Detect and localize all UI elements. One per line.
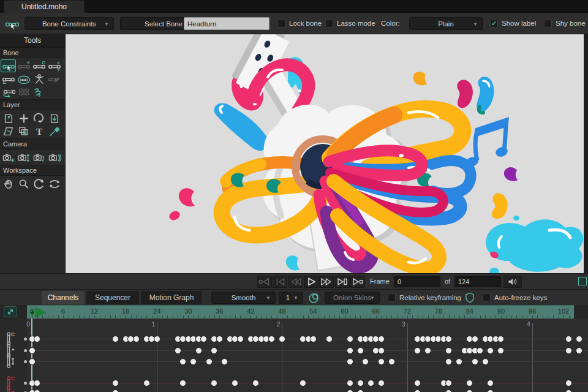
keyframe-dot[interactable] [487,380,494,386]
frame-ruler-band[interactable]: 06121824303642485460667278849096102 [27,305,574,318]
playback-fast-forward-button[interactable] [319,276,334,288]
keyframe-dot[interactable] [362,358,369,365]
playback-jump-to-start-button[interactable] [257,276,272,288]
shield-button[interactable] [463,292,477,304]
keyframe-dot[interactable] [347,336,353,342]
keyframe-dot[interactable] [445,358,452,365]
color-swatch-button[interactable] [578,277,587,285]
keyframe-dot[interactable] [445,336,452,342]
keyframe-dot[interactable] [29,347,36,354]
tool-button-bind-layer[interactable] [47,72,62,85]
document-tab[interactable]: Untitled.moho [4,0,85,13]
playback-play-to-end-button[interactable] [350,276,365,288]
keyframe-dot[interactable] [477,347,483,354]
keyframe-dot[interactable] [424,347,431,354]
tool-button-camera-pan[interactable] [47,151,62,164]
keyframe-dot[interactable] [445,347,452,354]
keyframe-dot[interactable] [143,380,150,386]
keyframe-dot[interactable] [456,358,462,365]
keyframe-dot[interactable] [221,358,228,365]
keyframe-dot[interactable] [195,347,202,354]
keyframe-dot[interactable] [133,336,140,342]
keyframe-dot[interactable] [347,347,353,354]
tab-motion-graph[interactable]: Motion Graph [141,291,202,304]
keyframe-dot[interactable] [414,347,421,354]
tool-button-reparent-bone[interactable]: C [31,59,47,72]
keyframe-dot[interactable] [378,347,385,354]
tool-button-curve-bone[interactable] [1,85,16,98]
keyframe-dot[interactable] [279,336,285,342]
channel-indicator-dot[interactable] [24,349,27,352]
expand-timeline-button[interactable] [4,306,17,317]
keyframe-dot[interactable] [357,390,364,392]
tool-button-eyedropper[interactable] [47,124,62,137]
onion-skin-button[interactable] [307,292,322,304]
keyframe-dot[interactable] [190,358,197,365]
keyframe-dot[interactable] [34,390,40,392]
keyframe-dot[interactable] [497,347,504,354]
channel-indicator-dot[interactable] [24,382,27,385]
keyframe-dot[interactable] [472,336,478,342]
tool-button-pan-workspace[interactable] [1,177,16,190]
keyframe-dot[interactable] [179,358,186,365]
keyframe-dot[interactable] [576,347,582,354]
keyframe-dot[interactable] [112,390,119,392]
keyframe-dot[interactable] [357,380,364,386]
tool-button-camera-roll[interactable] [31,151,47,164]
playback-step-to-end-button[interactable] [335,276,350,288]
keyframe-dot[interactable] [175,347,181,354]
channel-bone-translate-selected[interactable]: + [4,385,15,392]
channel-indicator-dot[interactable] [24,360,27,363]
keyframe-dot[interactable] [179,380,186,386]
timeline-tracks[interactable]: 01234 C+C+ [0,318,588,392]
keyframe-dot[interactable] [268,336,275,342]
keyframe-dot[interactable] [565,390,572,392]
tool-button-add-bone[interactable]: + [16,59,31,72]
timeline-scale-dropdown[interactable]: 1 ▼ [279,292,303,304]
keyframe-dot[interactable] [237,336,244,342]
keyframe-dot[interactable] [565,380,572,386]
bone-name-input[interactable] [184,17,270,30]
lock-bone-checkbox[interactable] [277,20,285,28]
keyframe-dot[interactable] [472,358,478,365]
channel-bone-scale[interactable] [4,354,15,369]
keyframe-dot[interactable] [466,390,473,392]
tool-button-add-layer[interactable] [16,111,31,124]
keyframe-dot[interactable] [347,390,353,392]
tool-button-orbit-workspace[interactable] [47,177,62,190]
tool-button-rotate-layer[interactable] [31,111,47,124]
keyframe-dot[interactable] [414,380,421,386]
keyframe-dot[interactable] [347,380,353,386]
tool-button-bone-constraints[interactable] [16,72,31,85]
keyframe-dot[interactable] [200,336,207,342]
keyframe-dot[interactable] [378,336,385,342]
keyframe-dot[interactable] [414,390,421,392]
timeline-ruler[interactable]: 06121824303642485460667278849096102 [0,305,588,318]
tool-button-bone-strength[interactable] [47,59,62,72]
keyframe-dot[interactable] [34,336,40,342]
bone-constraints-dropdown[interactable]: Bone Constraints ▼ [24,17,114,30]
shy-bone-checkbox[interactable] [544,20,552,28]
keyframe-dot[interactable] [34,380,40,386]
auto-freeze-checkbox[interactable] [483,293,491,301]
tab-channels[interactable]: Channels [42,291,85,304]
keyframe-dot[interactable] [368,380,374,386]
playback-play-button[interactable] [304,276,318,288]
keyframe-dot[interactable] [466,380,473,386]
keyframe-dot[interactable] [388,358,395,365]
channel-indicator-dot[interactable] [24,337,27,341]
audio-button[interactable] [503,276,522,288]
workspace-canvas[interactable] [66,34,584,273]
keyframe-dot[interactable] [497,336,504,342]
keyframe-dot[interactable] [576,336,582,342]
keyframe-dot[interactable] [565,347,572,354]
lasso-mode-checkbox[interactable] [325,20,333,28]
keyframe-dot[interactable] [487,390,494,392]
tool-button-shear-layer[interactable] [1,124,16,137]
keyframe-dot[interactable] [378,358,385,365]
keyframe-dot[interactable] [487,347,494,354]
keyframe-dot[interactable] [378,380,385,386]
keyframe-dot[interactable] [445,380,452,386]
current-frame-input[interactable] [394,276,440,287]
keyframe-dot[interactable] [216,336,223,342]
